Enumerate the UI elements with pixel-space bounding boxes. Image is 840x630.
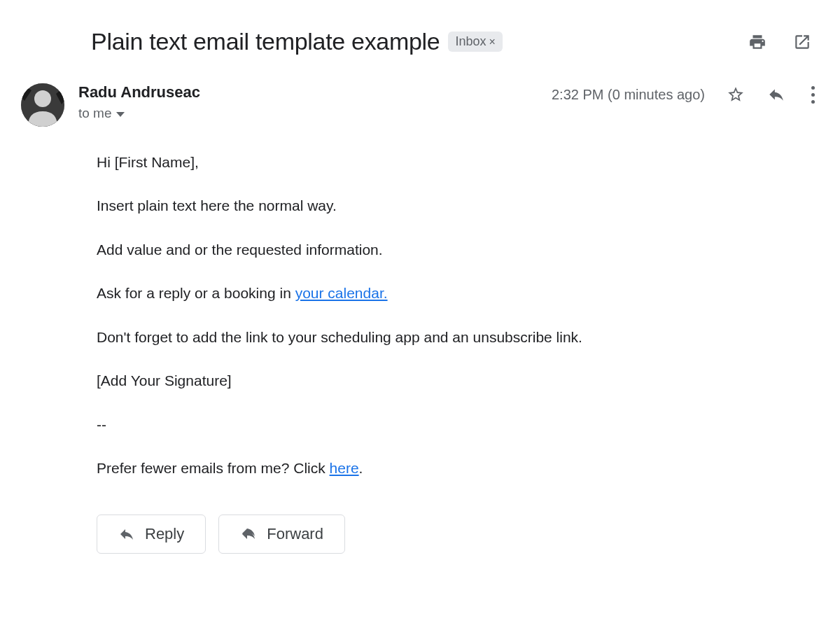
recipient-text: to me [78,106,112,121]
print-icon[interactable] [748,32,767,52]
open-in-new-icon[interactable] [792,32,812,52]
svg-point-1 [34,90,51,107]
forward-button[interactable]: Forward [218,514,345,554]
inbox-badge[interactable]: Inbox × [448,31,502,52]
recipient-dropdown[interactable]: to me [78,106,200,121]
sender-name: Radu Andruseac [78,83,200,102]
avatar[interactable] [21,83,64,127]
sender-info: Radu Andruseac to me 2:32 PM (0 minutes … [78,83,819,121]
sig-dashes: -- [97,414,819,435]
reply-icon[interactable] [766,85,786,104]
forward-arrow-icon [240,526,257,542]
chevron-down-icon [116,112,125,117]
body-p4-prefix: Ask for a reply or a booking in [97,285,295,301]
more-icon[interactable] [807,86,819,104]
timestamp: 2:32 PM (0 minutes ago) [552,87,705,103]
reply-arrow-icon [118,526,135,542]
sender-left: Radu Andruseac to me [78,83,200,121]
reply-button[interactable]: Reply [97,514,206,554]
sender-row: Radu Andruseac to me 2:32 PM (0 minutes … [21,83,819,127]
close-icon[interactable]: × [489,36,496,48]
footer-line: Prefer fewer emails from me? Click here. [97,458,819,479]
body-p4: Ask for a reply or a booking in your cal… [97,283,819,304]
reply-label: Reply [145,525,184,543]
body-p2: Insert plain text here the normal way. [97,195,819,216]
subject-actions [748,32,819,52]
body-p5: Don't forget to add the link to your sch… [97,327,819,348]
body-p1: Hi [First Name], [97,152,819,173]
forward-label: Forward [267,525,323,543]
footer-prefix: Prefer fewer emails from me? Click [97,460,330,476]
subject-row: Plain text email template example Inbox … [21,28,819,55]
subject-left: Plain text email template example Inbox … [91,28,503,55]
body-p3: Add value and or the requested informati… [97,239,819,260]
body-p6: [Add Your Signature] [97,370,819,391]
footer-suffix: . [359,460,363,476]
inbox-badge-label: Inbox [455,34,486,49]
unsubscribe-link[interactable]: here [330,460,359,476]
star-icon[interactable] [726,85,746,104]
email-subject: Plain text email template example [91,28,440,55]
email-body: Hi [First Name], Insert plain text here … [21,152,819,479]
sender-right: 2:32 PM (0 minutes ago) [552,83,819,104]
action-buttons: Reply Forward [21,514,819,554]
calendar-link[interactable]: your calendar. [295,285,388,301]
